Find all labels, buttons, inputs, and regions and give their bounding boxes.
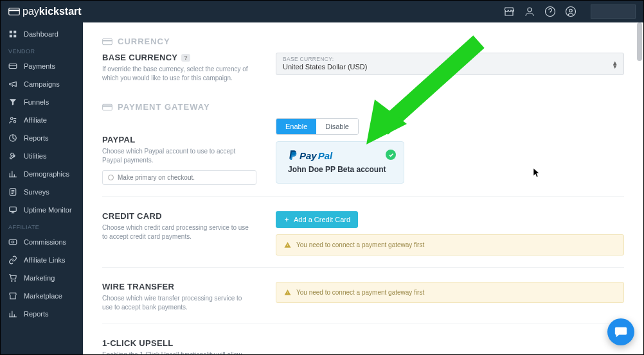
sidebar: Dashboard VENDOR Payments Campaigns Funn… [1, 22, 83, 354]
sidebar-section-affiliate: AFFILIATE [1, 219, 83, 233]
paypal-logo: PayPal [288, 150, 392, 161]
sidebar-item-uptime[interactable]: Uptime Monitor [1, 201, 83, 219]
sidebar-item-demographics[interactable]: Demographics [1, 165, 83, 183]
warning-icon [284, 289, 291, 296]
sidebar-item-aff-reports[interactable]: Reports [1, 305, 83, 323]
upsell-title: 1-CLICK UPSELL [102, 338, 256, 348]
wire-warning: You need to connect a payment gateway fi… [276, 282, 624, 303]
card-icon [8, 7, 20, 16]
sidebar-item-affiliate-links[interactable]: Affiliate Links [1, 251, 83, 269]
svg-rect-21 [103, 105, 112, 107]
card-icon [102, 38, 112, 46]
credit-card-warning: You need to connect a payment gateway fi… [276, 234, 624, 255]
svg-rect-15 [10, 207, 17, 211]
sidebar-item-campaigns[interactable]: Campaigns [1, 75, 83, 93]
svg-rect-9 [13, 35, 16, 37]
store-icon[interactable] [503, 6, 515, 17]
help-icon[interactable] [544, 6, 556, 17]
section-currency-head: CURRENCY [102, 37, 624, 46]
paypal-title: PAYPAL [102, 135, 256, 144]
svg-rect-1 [9, 10, 20, 11]
svg-rect-20 [103, 104, 112, 110]
card-icon [102, 103, 112, 111]
top-icons [503, 4, 636, 19]
warning-icon [284, 241, 291, 248]
credit-card-title: CREDIT CARD [102, 211, 256, 221]
credit-card-desc: Choose which credit card processing serv… [102, 223, 250, 241]
svg-point-2 [528, 8, 532, 12]
paypal-primary-radio[interactable]: Make primary on checkout. [102, 170, 256, 185]
scrollbar-thumb[interactable] [637, 22, 642, 61]
add-credit-card-button[interactable]: Add a Credit Card [276, 211, 358, 228]
sidebar-item-commissions[interactable]: Commissions [1, 233, 83, 251]
upsell-desc: Enabling the 1-Click Upsell functionalit… [102, 351, 250, 354]
base-currency-desc: If override the base currency, select th… [102, 65, 250, 83]
base-currency-title: BASE CURRENCY? [102, 53, 256, 62]
sidebar-item-surveys[interactable]: Surveys [1, 183, 83, 201]
brand-prefix: pay [22, 6, 39, 17]
svg-rect-19 [103, 40, 112, 41]
avatar-icon[interactable] [565, 6, 577, 17]
paypal-account-name: John Doe PP Beta account [288, 165, 392, 174]
sidebar-item-reports[interactable]: Reports [1, 129, 83, 147]
svg-point-5 [569, 9, 573, 12]
chat-icon [614, 325, 628, 339]
help-badge[interactable]: ? [181, 54, 190, 62]
sidebar-item-affiliate[interactable]: Affiliate [1, 111, 83, 129]
account-box[interactable] [591, 4, 636, 19]
svg-rect-16 [9, 240, 17, 245]
svg-rect-6 [10, 31, 12, 33]
paypal-desc: Choose which Paypal account to use to ac… [102, 147, 250, 165]
paypal-toggle: Enable Disable [276, 118, 359, 135]
sidebar-item-funnels[interactable]: Funnels [1, 93, 83, 111]
svg-point-17 [12, 241, 14, 243]
sidebar-item-payments[interactable]: Payments [1, 57, 83, 75]
svg-rect-0 [9, 8, 20, 15]
paypal-enable-button[interactable]: Enable [276, 119, 316, 134]
paypal-disable-button[interactable]: Disable [316, 119, 358, 134]
check-icon [386, 150, 396, 160]
radio-icon [108, 175, 114, 180]
sidebar-item-marketplace[interactable]: Marketplace [1, 287, 83, 305]
svg-rect-8 [10, 35, 12, 37]
svg-rect-10 [9, 64, 17, 69]
section-gateway-head: PAYMENT GATEWAY [102, 102, 624, 112]
svg-point-11 [11, 117, 13, 120]
brand-logo[interactable]: paykickstart [8, 6, 82, 17]
paypal-p-icon [288, 150, 298, 161]
sidebar-item-marketing[interactable]: Marketing [1, 269, 83, 287]
svg-rect-18 [103, 39, 112, 44]
wire-desc: Choose which wire transfer processing se… [102, 294, 250, 312]
chat-widget-button[interactable] [607, 318, 634, 345]
base-currency-select[interactable]: BASE CURRENCY: United States Dollar (USD… [276, 53, 624, 75]
sidebar-section-vendor: VENDOR [1, 43, 83, 57]
svg-point-12 [13, 121, 16, 123]
brand-suffix: kickstart [39, 6, 82, 17]
plus-icon [283, 216, 290, 223]
sidebar-item-dashboard[interactable]: Dashboard [1, 25, 83, 43]
user-icon[interactable] [524, 6, 535, 17]
sidebar-item-utilities[interactable]: Utilities [1, 147, 83, 165]
wire-title: WIRE TRANSFER [102, 282, 256, 291]
main-content: CURRENCY BASE CURRENCY? If override the … [83, 22, 643, 354]
select-caret-icon: ▴▾ [613, 60, 617, 67]
mouse-cursor-icon [533, 168, 541, 179]
svg-point-4 [566, 7, 576, 17]
paypal-account-card[interactable]: PayPal John Doe PP Beta account [276, 141, 404, 184]
svg-rect-7 [13, 31, 16, 33]
top-bar: paykickstart [1, 1, 643, 22]
